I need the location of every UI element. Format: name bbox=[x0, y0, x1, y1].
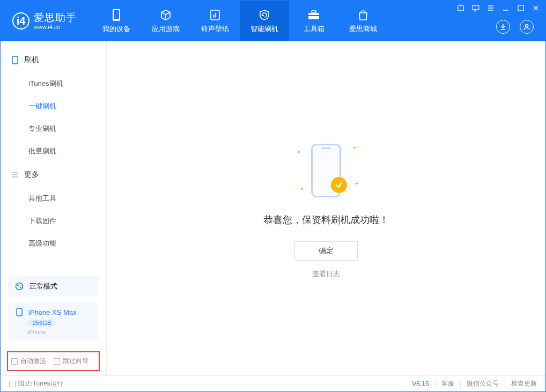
svg-rect-7 bbox=[518, 5, 523, 11]
view-log-link[interactable]: 查看日志 bbox=[312, 269, 340, 279]
nav-label: 工具箱 bbox=[304, 24, 324, 34]
svg-rect-6 bbox=[473, 5, 479, 10]
svg-rect-13 bbox=[17, 308, 22, 316]
minimize-icon[interactable] bbox=[501, 4, 510, 12]
sidebar-group-more: 更多 bbox=[1, 162, 106, 187]
svg-rect-5 bbox=[308, 15, 319, 16]
footer-link-update[interactable]: 检查更新 bbox=[511, 379, 537, 388]
header-actions bbox=[496, 20, 534, 34]
nav-apps[interactable]: 应用游戏 bbox=[141, 1, 190, 41]
mode-card[interactable]: 正常模式 bbox=[8, 276, 99, 297]
toolbox-icon bbox=[307, 8, 320, 22]
sidebar-item-pro-flash[interactable]: 专业刷机 bbox=[1, 117, 106, 140]
version-label: V8.16 bbox=[412, 380, 429, 388]
footer-link-wechat[interactable]: 微信公众号 bbox=[467, 379, 499, 388]
sidebar: 刷机 iTunes刷机 一键刷机 专业刷机 批量刷机 更多 其他工具 下载固件 … bbox=[1, 41, 107, 375]
top-nav: 我的设备 应用游戏 铃声壁纸 智能刷机 工具箱 爱思商城 bbox=[92, 1, 388, 41]
sparkle-icon: ✦ bbox=[297, 149, 301, 155]
svg-point-11 bbox=[17, 285, 19, 286]
nav-toolbox[interactable]: 工具箱 bbox=[289, 1, 338, 41]
nav-label: 应用游戏 bbox=[152, 24, 180, 34]
user-icon[interactable] bbox=[520, 20, 534, 34]
check-badge-icon bbox=[331, 177, 347, 193]
app-url: www.i4.cn bbox=[34, 24, 77, 31]
mode-label: 正常模式 bbox=[29, 282, 57, 291]
checkbox-label: 自动激活 bbox=[20, 357, 46, 366]
svg-point-10 bbox=[16, 283, 23, 290]
checkbox-block-itunes[interactable]: 阻止iTunes运行 bbox=[9, 379, 63, 388]
sidebar-item-itunes-flash[interactable]: iTunes刷机 bbox=[1, 72, 106, 95]
logo[interactable]: i4 爱思助手 www.i4.cn bbox=[1, 1, 86, 41]
footer-link-support[interactable]: 客服 bbox=[441, 379, 454, 388]
checkbox-icon bbox=[54, 358, 60, 365]
maximize-icon[interactable] bbox=[517, 4, 525, 12]
svg-rect-1 bbox=[114, 10, 119, 19]
nav-label: 我的设备 bbox=[102, 24, 130, 34]
group-title: 刷机 bbox=[24, 55, 39, 65]
sparkle-icon: ✦ bbox=[352, 145, 357, 151]
group-title: 更多 bbox=[24, 170, 39, 180]
device-capacity: 256GB bbox=[27, 319, 56, 327]
ok-button[interactable]: 确定 bbox=[294, 241, 358, 261]
device-name: iPhone XS Max bbox=[28, 308, 77, 316]
nav-my-device[interactable]: 我的设备 bbox=[92, 1, 141, 41]
nav-flash[interactable]: 智能刷机 bbox=[240, 1, 289, 41]
sidebar-group-flash: 刷机 bbox=[1, 48, 106, 72]
header: i4 爱思助手 www.i4.cn 我的设备 应用游戏 铃声壁纸 智能刷机 工具… bbox=[1, 1, 545, 41]
sparkle-icon: ✦ bbox=[355, 181, 359, 187]
sidebar-item-one-click-flash[interactable]: 一键刷机 bbox=[1, 95, 106, 117]
skin-icon[interactable] bbox=[456, 4, 465, 12]
checkbox-label: 阻止iTunes运行 bbox=[18, 379, 63, 388]
svg-rect-9 bbox=[12, 56, 18, 64]
nav-label: 智能刷机 bbox=[250, 24, 278, 34]
svg-rect-4 bbox=[312, 11, 316, 13]
svg-point-12 bbox=[20, 287, 21, 289]
nav-store[interactable]: 爱思商城 bbox=[338, 1, 388, 41]
main-content: ✦ ✦ ✦ ✦ 恭喜您，保资料刷机成功啦！ 确定 查看日志 bbox=[107, 41, 545, 375]
svg-point-8 bbox=[526, 25, 528, 27]
titlebar-controls bbox=[456, 4, 540, 12]
logo-icon: i4 bbox=[12, 12, 29, 29]
menu-icon[interactable] bbox=[486, 4, 495, 12]
flash-options-box: 自动激活 跳过向导 bbox=[7, 351, 100, 371]
checkbox-auto-activate[interactable]: 自动激活 bbox=[11, 357, 46, 366]
app-name: 爱思助手 bbox=[34, 12, 77, 24]
close-icon[interactable] bbox=[532, 4, 540, 12]
separator: | bbox=[504, 380, 506, 388]
sidebar-item-batch-flash[interactable]: 批量刷机 bbox=[1, 140, 106, 162]
svg-rect-2 bbox=[211, 10, 219, 20]
list-icon bbox=[11, 171, 19, 179]
separator: | bbox=[434, 380, 436, 388]
device-icon bbox=[11, 56, 19, 64]
phone-outline-icon bbox=[14, 307, 24, 317]
checkbox-skip-guide[interactable]: 跳过向导 bbox=[54, 357, 88, 366]
mode-icon bbox=[14, 282, 24, 291]
nav-label: 爱思商城 bbox=[349, 24, 377, 34]
nav-label: 铃声壁纸 bbox=[201, 24, 229, 34]
nav-ringtones[interactable]: 铃声壁纸 bbox=[190, 1, 240, 41]
music-file-icon bbox=[210, 8, 220, 22]
bag-icon bbox=[358, 8, 368, 22]
separator: | bbox=[460, 380, 461, 388]
feedback-icon[interactable] bbox=[471, 4, 480, 12]
download-icon[interactable] bbox=[496, 20, 510, 34]
cube-icon bbox=[160, 8, 172, 22]
phone-icon bbox=[112, 8, 121, 22]
refresh-shield-icon bbox=[259, 8, 270, 22]
success-illustration: ✦ ✦ ✦ ✦ bbox=[286, 138, 366, 203]
device-card[interactable]: iPhone XS Max 256GB iPhone bbox=[8, 302, 99, 341]
device-type: iPhone bbox=[27, 329, 46, 335]
sidebar-item-advanced[interactable]: 高级功能 bbox=[1, 232, 106, 255]
sidebar-item-other-tools[interactable]: 其他工具 bbox=[1, 187, 106, 210]
checkbox-label: 跳过向导 bbox=[63, 357, 88, 366]
sidebar-item-download-firmware[interactable]: 下载固件 bbox=[1, 210, 106, 232]
footer: 阻止iTunes运行 V8.16 | 客服 | 微信公众号 | 检查更新 bbox=[1, 375, 545, 391]
checkbox-icon bbox=[11, 358, 18, 365]
success-message: 恭喜您，保资料刷机成功啦！ bbox=[263, 213, 389, 226]
sparkle-icon: ✦ bbox=[300, 186, 304, 192]
checkbox-icon bbox=[9, 381, 16, 387]
